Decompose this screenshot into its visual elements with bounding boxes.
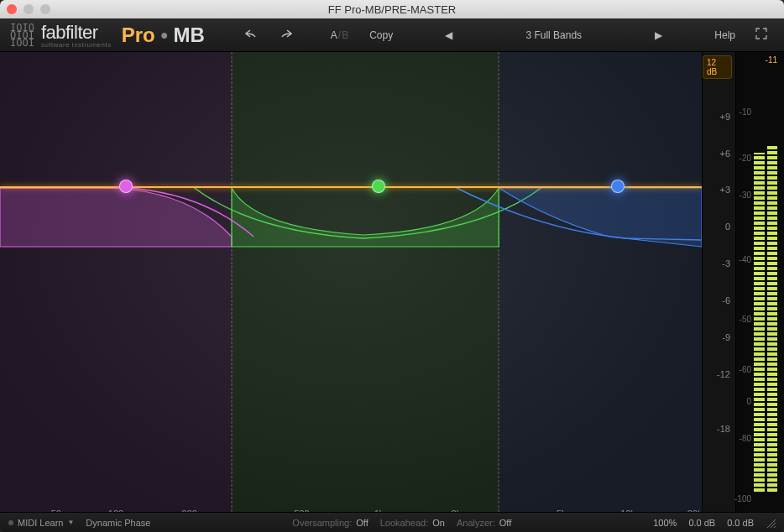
traffic-lights: [7, 4, 50, 14]
phase-mode-selector[interactable]: Dynamic Phase: [86, 518, 150, 528]
analyzer-value: Off: [499, 518, 511, 528]
freq-tick: 50: [51, 509, 61, 512]
redo-icon: [279, 29, 292, 39]
product-dot: •: [160, 23, 167, 46]
meter-tick: -40: [740, 254, 751, 263]
band-handle-mid[interactable]: [372, 180, 385, 193]
analyzer-selector[interactable]: Analyzer: Off: [457, 518, 511, 528]
freq-tick: 500: [294, 509, 309, 512]
gain-tick: -18: [717, 424, 730, 434]
lookahead-value: On: [432, 518, 445, 528]
brand-bits-icon: IOIO OIOI IOOI: [10, 24, 34, 47]
gain-scale-badge[interactable]: 12 dB: [703, 55, 732, 79]
copy-button[interactable]: Copy: [363, 26, 400, 44]
meter-tick: 0: [746, 397, 751, 406]
oversampling-label: Oversampling:: [292, 518, 352, 528]
brand-name: fabfilter: [41, 22, 98, 43]
midi-learn-button[interactable]: MIDI Learn ▼: [8, 518, 74, 528]
oversampling-selector[interactable]: Oversampling: Off: [292, 518, 368, 528]
gain-tick: -6: [722, 295, 730, 305]
preset-selector[interactable]: 3 Full Bands: [519, 26, 588, 44]
toolbar: A/B Copy ◀ 3 Full Bands ▶ Help: [238, 24, 774, 45]
spectrum-display[interactable]: 501002005001k2k5k10k20k: [0, 52, 702, 512]
band-region-mid[interactable]: [232, 52, 499, 512]
scale-selector[interactable]: 100%: [653, 518, 677, 528]
resize-handle[interactable]: [766, 518, 776, 528]
help-button[interactable]: Help: [708, 26, 742, 44]
midi-learn-label: MIDI Learn: [18, 518, 63, 528]
meter-tick: -100: [734, 493, 751, 503]
window-title: FF Pro-MB/PRE-MASTER: [328, 3, 456, 16]
minimize-window-button[interactable]: [24, 4, 34, 14]
ab-toggle[interactable]: A/B: [324, 26, 356, 44]
band-region-high[interactable]: [499, 52, 702, 512]
close-window-button[interactable]: [7, 4, 17, 14]
freq-tick: 1k: [374, 509, 384, 512]
footer: MIDI Learn ▼ Dynamic Phase Oversampling:…: [0, 512, 784, 532]
freq-tick: 200: [182, 509, 197, 512]
brand-block: fabfilter software instruments: [41, 22, 112, 49]
product-mb: MB: [173, 23, 204, 46]
undo-icon: [245, 29, 259, 39]
gain-tick: -9: [722, 332, 730, 342]
meter-bar-right: [767, 144, 778, 492]
output-level-right[interactable]: 0.0 dB: [727, 518, 754, 528]
analyzer-label: Analyzer:: [457, 518, 495, 528]
meter-tick: -10: [740, 107, 751, 117]
gain-tick: +6: [719, 149, 730, 159]
phase-mode-label: Dynamic Phase: [86, 518, 150, 528]
gain-tick: +9: [719, 112, 730, 122]
meter-scale: -10-20-30-40-50-600-80-100: [738, 52, 753, 512]
meter-bar-left: [754, 153, 765, 492]
gain-tick: -3: [722, 258, 730, 269]
gain-scale[interactable]: 12 dB +9+6+30-3-6-9-12-18: [702, 52, 735, 512]
output-meter[interactable]: -11 -10-20-30-40-50-600-80-100: [735, 52, 784, 512]
band-region-low[interactable]: [0, 52, 232, 512]
titlebar: FF Pro-MB/PRE-MASTER: [0, 0, 784, 18]
ab-inactive: /B: [338, 29, 349, 41]
product-name: Pro • MB: [122, 23, 205, 47]
band-handle-low[interactable]: [119, 180, 133, 193]
meter-tick: -60: [740, 365, 751, 374]
gain-tick: 0: [725, 222, 730, 232]
freq-tick: 20k: [687, 509, 702, 512]
meter-tick: -80: [740, 434, 751, 443]
ab-active: A: [331, 29, 338, 41]
main-area: 501002005001k2k5k10k20k 12 dB +9+6+30-3-…: [0, 52, 784, 512]
meter-tick: -30: [740, 190, 751, 199]
undo-button[interactable]: [238, 25, 265, 44]
redo-button[interactable]: [272, 25, 299, 44]
band-handle-high[interactable]: [611, 180, 625, 193]
zero-gain-line: [0, 186, 702, 188]
preset-next-button[interactable]: ▶: [648, 26, 669, 44]
midi-learn-indicator-icon: [8, 520, 13, 525]
maximize-window-button[interactable]: [40, 4, 50, 14]
fullscreen-icon: [755, 28, 767, 39]
lookahead-label: Lookahead:: [380, 518, 429, 528]
freq-tick: 10k: [620, 509, 635, 512]
fullscreen-button[interactable]: [749, 24, 774, 45]
meter-tick: -50: [740, 314, 751, 323]
freq-tick: 5k: [557, 509, 567, 512]
output-level-left[interactable]: 0.0 dB: [688, 518, 715, 528]
plugin-header: IOIO OIOI IOOI fabfilter software instru…: [0, 18, 784, 52]
scale-value: 100%: [653, 518, 677, 528]
brand-subtitle: software instruments: [41, 41, 112, 49]
meter-bars: [754, 57, 777, 492]
gain-tick: -12: [717, 369, 730, 379]
freq-tick: 2k: [452, 509, 462, 512]
gain-tick: +3: [719, 185, 730, 195]
plugin-window: FF Pro-MB/PRE-MASTER IOIO OIOI IOOI fabf…: [0, 0, 784, 532]
freq-tick: 100: [108, 509, 123, 512]
chevron-down-icon: ▼: [67, 519, 74, 526]
product-pro: Pro: [122, 23, 155, 46]
preset-prev-button[interactable]: ◀: [438, 26, 459, 44]
lookahead-selector[interactable]: Lookahead: On: [380, 518, 445, 528]
meter-tick: -20: [740, 154, 751, 163]
oversampling-value: Off: [356, 518, 368, 528]
resize-icon: [766, 518, 776, 528]
